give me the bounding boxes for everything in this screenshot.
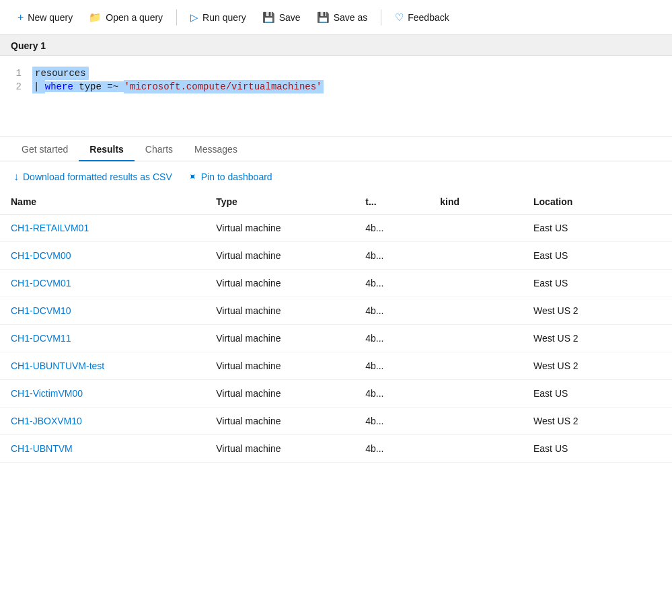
- cell-name-4: CH1-DCVM11: [0, 325, 205, 352]
- tab-charts-label: Charts: [145, 144, 173, 155]
- table-row: CH1-RETAILVM01 Virtual machine 4b... Eas…: [0, 215, 672, 242]
- cell-kind-4: [429, 325, 523, 352]
- pipe-char: |: [32, 80, 45, 93]
- cell-type-2: Virtual machine: [205, 270, 354, 297]
- vm-link-2[interactable]: CH1-DCVM01: [11, 278, 71, 288]
- open-query-button[interactable]: 📁 Open a query: [82, 7, 170, 28]
- tab-messages[interactable]: Messages: [184, 137, 248, 161]
- vm-link-0[interactable]: CH1-RETAILVM01: [11, 223, 89, 233]
- cell-type-8: Virtual machine: [205, 435, 354, 463]
- tab-charts[interactable]: Charts: [135, 137, 184, 161]
- vm-link-4[interactable]: CH1-DCVM11: [11, 333, 71, 344]
- code-editor[interactable]: 1 resources 2 | where type =~ 'microsoft…: [0, 56, 672, 137]
- vm-link-5[interactable]: CH1-UBUNTUVM-test: [11, 360, 104, 371]
- col-header-type: Type: [205, 190, 354, 215]
- line-content-1: resources: [32, 68, 89, 79]
- download-icon: ↓: [13, 171, 19, 183]
- play-icon: ▷: [190, 11, 198, 24]
- download-label: Download formatted results as CSV: [23, 171, 172, 182]
- query-title: Query 1: [0, 35, 672, 56]
- code-line-2: 2 | where type =~ 'microsoft.compute/vir…: [0, 80, 672, 93]
- cell-t-6: 4b...: [354, 380, 429, 408]
- cell-name-5: CH1-UBUNTUVM-test: [0, 352, 205, 380]
- vm-link-7[interactable]: CH1-JBOXVM10: [11, 416, 82, 426]
- vm-link-1[interactable]: CH1-DCVM00: [11, 250, 71, 261]
- col-header-t: t...: [354, 190, 429, 215]
- heart-icon: ♡: [395, 11, 404, 24]
- cell-t-2: 4b...: [354, 270, 429, 297]
- run-query-button[interactable]: ▷ Run query: [184, 7, 253, 28]
- cell-kind-2: [429, 270, 523, 297]
- vm-link-6[interactable]: CH1-VictimVM00: [11, 388, 83, 399]
- open-query-label: Open a query: [106, 12, 163, 23]
- table-row: CH1-DCVM00 Virtual machine 4b... East US: [0, 242, 672, 270]
- table-row: CH1-DCVM11 Virtual machine 4b... West US…: [0, 325, 672, 352]
- results-actions: ↓ Download formatted results as CSV ✦ Pi…: [0, 161, 672, 190]
- pin-dashboard-button[interactable]: ✦ Pin to dashboard: [188, 171, 272, 183]
- separator-2: [381, 9, 381, 26]
- results-table: Name Type t... kind Location CH1-RETAILV…: [0, 190, 672, 463]
- results-section: ↓ Download formatted results as CSV ✦ Pi…: [0, 161, 672, 463]
- line-content-2: | where type =~ 'microsoft.compute/virtu…: [32, 81, 324, 92]
- cell-location-8: East US: [523, 435, 672, 463]
- cell-type-1: Virtual machine: [205, 242, 354, 270]
- type-equals: type =~: [73, 81, 124, 92]
- vm-link-8[interactable]: CH1-UBNTVM: [11, 443, 73, 454]
- table-row: CH1-DCVM01 Virtual machine 4b... East US: [0, 270, 672, 297]
- cell-kind-6: [429, 380, 523, 408]
- col-header-name: Name: [0, 190, 205, 215]
- line-number-2: 2: [0, 81, 32, 92]
- separator-1: [176, 9, 177, 26]
- vm-link-3[interactable]: CH1-DCVM10: [11, 305, 71, 316]
- save-button[interactable]: 💾 Save: [256, 7, 307, 28]
- where-keyword: where: [45, 81, 73, 92]
- tab-results[interactable]: Results: [79, 137, 135, 161]
- code-line-1: 1 resources: [0, 67, 672, 80]
- cell-t-7: 4b...: [354, 408, 429, 435]
- cell-location-6: East US: [523, 380, 672, 408]
- cell-name-1: CH1-DCVM00: [0, 242, 205, 270]
- cell-name-8: CH1-UBNTVM: [0, 435, 205, 463]
- download-csv-button[interactable]: ↓ Download formatted results as CSV: [13, 171, 172, 183]
- feedback-label: Feedback: [408, 12, 449, 23]
- cell-kind-3: [429, 297, 523, 325]
- tab-results-label: Results: [89, 144, 124, 155]
- new-query-label: New query: [28, 12, 73, 23]
- toolbar: + New query 📁 Open a query ▷ Run query 💾…: [0, 0, 672, 35]
- table-row: CH1-DCVM10 Virtual machine 4b... West US…: [0, 297, 672, 325]
- feedback-button[interactable]: ♡ Feedback: [388, 7, 455, 28]
- cell-type-3: Virtual machine: [205, 297, 354, 325]
- cell-location-5: West US 2: [523, 352, 672, 380]
- cell-name-3: CH1-DCVM10: [0, 297, 205, 325]
- save-icon: 💾: [262, 11, 275, 24]
- cell-t-3: 4b...: [354, 297, 429, 325]
- tab-get-started[interactable]: Get started: [11, 137, 79, 161]
- cell-location-2: East US: [523, 270, 672, 297]
- line-number-1: 1: [0, 68, 32, 79]
- cell-t-1: 4b...: [354, 242, 429, 270]
- new-query-button[interactable]: + New query: [11, 7, 79, 28]
- cell-t-8: 4b...: [354, 435, 429, 463]
- cell-t-0: 4b...: [354, 215, 429, 242]
- col-header-location: Location: [523, 190, 672, 215]
- cell-type-5: Virtual machine: [205, 352, 354, 380]
- pin-icon: ✦: [185, 169, 200, 184]
- cell-location-3: West US 2: [523, 297, 672, 325]
- table-row: CH1-UBNTVM Virtual machine 4b... East US: [0, 435, 672, 463]
- save-label: Save: [279, 12, 301, 23]
- run-query-label: Run query: [202, 12, 246, 23]
- tab-messages-label: Messages: [194, 144, 237, 155]
- table-row: CH1-VictimVM00 Virtual machine 4b... Eas…: [0, 380, 672, 408]
- cell-type-0: Virtual machine: [205, 215, 354, 242]
- plus-icon: +: [17, 11, 24, 24]
- col-header-kind: kind: [429, 190, 523, 215]
- save-as-button[interactable]: 💾 Save as: [310, 7, 375, 28]
- cell-name-7: CH1-JBOXVM10: [0, 408, 205, 435]
- save-as-icon: 💾: [317, 11, 330, 24]
- cell-name-6: CH1-VictimVM00: [0, 380, 205, 408]
- cell-kind-5: [429, 352, 523, 380]
- cell-name-0: CH1-RETAILVM01: [0, 215, 205, 242]
- cell-type-6: Virtual machine: [205, 380, 354, 408]
- code-resources: resources: [32, 67, 89, 80]
- table-row: CH1-UBUNTUVM-test Virtual machine 4b... …: [0, 352, 672, 380]
